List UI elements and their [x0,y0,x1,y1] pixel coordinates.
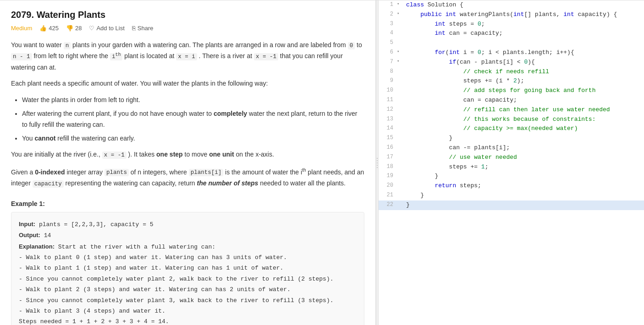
example-step-1: - Walk to plant 0 (1 step) and water it.… [19,252,357,263]
line-code: // this works because of constraints: [402,115,644,125]
line-number: 11 [379,96,397,105]
line-number: 17 [379,153,397,162]
bullet-list: Water the plants in order from left to r… [22,95,364,144]
divider-dot-3 [377,165,378,166]
code-line: 7▾ if(can - plants[i] < 0){ [379,58,644,67]
example-step-4: - Walk to plant 2 (3 steps) and water it… [19,284,357,295]
line-code: int can = capacity; [402,29,644,38]
share-button[interactable]: ⎘ Share [132,25,154,32]
line-arrow [397,96,402,105]
line-code: for(int i = 0; i < plants.length; i++){ [402,48,644,58]
line-number: 9 [379,76,397,86]
line-code: class Solution { [402,0,644,10]
line-arrow [397,105,402,115]
code-line: 19 } [379,172,644,181]
line-code: can -= plants[i]; [402,143,644,153]
line-code: } [402,200,644,210]
line-number: 13 [379,115,397,125]
code-line: 17 // use water needed [379,153,644,162]
share-icon: ⎘ [132,25,136,32]
line-arrow [397,181,402,191]
code-line: 16 can -= plants[i]; [379,143,644,153]
example-step-6: - Walk to plant 3 (4 steps) and water it… [19,306,357,316]
line-code: can = capacity; [402,96,644,105]
line-number: 21 [379,191,397,200]
line-number: 19 [379,172,397,181]
example-box: Input: plants = [2,2,3,3], capacity = 5 … [11,212,364,325]
line-arrow [397,76,402,86]
para2: Each plant needs a specific amount of wa… [11,78,364,89]
example-step-5: - Since you cannot completely water plan… [19,295,357,306]
line-arrow [397,191,402,200]
line-number: 7 [379,58,397,67]
add-to-list-label: Add to List [96,25,124,32]
line-number: 5 [379,38,397,48]
thumbs-down-icon: 👎 [66,25,73,32]
line-arrow: ▾ [397,48,402,58]
code-line: 8 // check if needs refill [379,67,644,77]
add-to-list-button[interactable]: ♡ Add to List [89,25,124,32]
example-step-3: - Since you cannot completely water plan… [19,274,357,284]
code-line: 15 } [379,134,644,143]
line-number: 8 [379,67,397,77]
line-code: // capacity >= max(needed water) [402,124,644,134]
line-arrow [397,162,402,172]
line-arrow [397,67,402,77]
code-line: 1▾class Solution { [379,0,644,10]
line-code: if(can - plants[i] < 0){ [402,58,644,67]
problem-title: 2079. Watering Plants [11,10,364,20]
code-line: 3 int steps = 0; [379,20,644,29]
line-code: } [402,191,644,200]
example-output: Output: 14 [19,230,357,241]
thumbs-up-icon: 👍 [39,25,47,32]
likes-item: 👍 425 [39,25,59,32]
line-number: 14 [379,124,397,134]
example-title: Example 1: [11,200,364,207]
line-code: // use water needed [402,153,644,162]
line-number: 12 [379,105,397,115]
line-code: steps += 1; [402,162,644,172]
code-panel: 1▾class Solution {2▾ public int watering… [379,0,644,325]
line-number: 22 [379,200,397,210]
problem-number: 2079 [11,10,32,20]
line-code: // check if needs refill [402,67,644,77]
heart-icon: ♡ [89,25,94,32]
line-code: int steps = 0; [402,20,644,29]
dislikes-count: 28 [75,25,82,32]
line-number: 20 [379,181,397,191]
line-number: 18 [379,162,397,172]
problem-body: You want to water n plants in your garde… [11,40,364,189]
line-code: public int wateringPlants(int[] plants, … [402,10,644,20]
code-line: 14 // capacity >= max(needed water) [379,124,644,134]
example-step-2: - Walk to plant 1 (1 step) and water it.… [19,263,357,273]
code-line: 13 // this works because of constraints: [379,115,644,125]
line-code: // refill can then later use water neede… [402,105,644,115]
line-arrow [397,20,402,29]
line-arrow: ▾ [397,0,402,10]
line-code: steps += (i * 2); [402,76,644,86]
code-line: 11 can = capacity; [379,96,644,105]
example-section: Example 1: Input: plants = [2,2,3,3], ca… [11,200,364,325]
line-arrow [397,86,402,96]
code-line: 10 // add steps for going back and forth [379,86,644,96]
line-code: // add steps for going back and forth [402,86,644,96]
line-arrow [397,124,402,134]
difficulty-badge[interactable]: Medium [11,25,32,32]
line-number: 15 [379,134,397,143]
line-arrow [397,38,402,48]
divider-dot-2 [377,162,378,163]
line-number: 6 [379,48,397,58]
line-code: return steps; [402,181,644,191]
line-arrow [397,29,402,38]
code-line: 2▾ public int wateringPlants(int[] plant… [379,10,644,20]
title-dot: . [32,10,37,20]
line-arrow [397,115,402,125]
main-container: 2079. Watering Plants Medium 👍 425 👎 28 … [0,0,644,325]
dislikes-item: 👎 28 [66,25,82,32]
divider-dot-1 [377,160,378,161]
example-explanation-header: Explanation: Start at the river with a f… [19,241,357,252]
line-arrow [397,143,402,153]
example-input: Input: plants = [2,2,3,3], capacity = 5 [19,219,357,230]
code-line: 9 steps += (i * 2); [379,76,644,86]
code-line: 22} [379,200,644,210]
